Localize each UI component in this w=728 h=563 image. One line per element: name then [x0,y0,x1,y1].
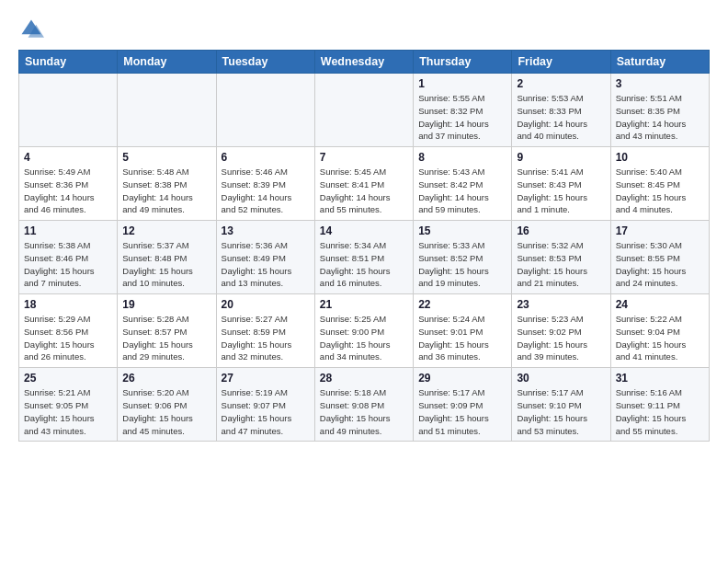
calendar-day-27: 27Sunrise: 5:19 AM Sunset: 9:07 PM Dayli… [216,368,314,442]
day-number: 10 [616,151,704,164]
day-info: Sunrise: 5:16 AM Sunset: 9:11 PM Dayligh… [616,386,704,437]
day-info: Sunrise: 5:51 AM Sunset: 8:35 PM Dayligh… [616,92,704,143]
day-info: Sunrise: 5:45 AM Sunset: 8:41 PM Dayligh… [320,166,408,216]
day-info: Sunrise: 5:23 AM Sunset: 9:02 PM Dayligh… [517,313,605,363]
day-number: 1 [418,77,506,90]
calendar-day-29: 29Sunrise: 5:17 AM Sunset: 9:09 PM Dayli… [414,368,512,442]
day-info: Sunrise: 5:25 AM Sunset: 9:00 PM Dayligh… [320,313,408,363]
day-number: 9 [517,151,605,164]
logo [18,17,48,42]
day-number: 15 [418,224,506,237]
day-info: Sunrise: 5:41 AM Sunset: 8:43 PM Dayligh… [517,166,605,216]
day-number: 16 [517,224,605,237]
weekday-header-row: SundayMondayTuesdayWednesdayThursdayFrid… [19,51,710,74]
calendar-day-22: 22Sunrise: 5:24 AM Sunset: 9:01 PM Dayli… [414,294,512,368]
calendar-day-18: 18Sunrise: 5:29 AM Sunset: 8:56 PM Dayli… [19,294,118,368]
weekday-header-wednesday: Wednesday [314,51,413,74]
day-info: Sunrise: 5:36 AM Sunset: 8:49 PM Dayligh… [222,239,310,290]
day-info: Sunrise: 5:43 AM Sunset: 8:42 PM Dayligh… [418,166,506,216]
calendar-day-10: 10Sunrise: 5:40 AM Sunset: 8:45 PM Dayli… [610,147,709,221]
calendar-day-9: 9Sunrise: 5:41 AM Sunset: 8:43 PM Daylig… [512,147,610,221]
calendar-day-19: 19Sunrise: 5:28 AM Sunset: 8:57 PM Dayli… [118,294,216,368]
empty-cell [314,74,413,147]
day-number: 13 [222,224,310,237]
day-info: Sunrise: 5:19 AM Sunset: 9:07 PM Dayligh… [222,386,310,437]
calendar-day-8: 8Sunrise: 5:43 AM Sunset: 8:42 PM Daylig… [414,147,512,221]
day-info: Sunrise: 5:18 AM Sunset: 9:08 PM Dayligh… [320,386,408,437]
day-number: 19 [122,298,210,311]
day-info: Sunrise: 5:21 AM Sunset: 9:05 PM Dayligh… [24,386,112,437]
day-info: Sunrise: 5:33 AM Sunset: 8:52 PM Dayligh… [418,239,506,290]
calendar-day-23: 23Sunrise: 5:23 AM Sunset: 9:02 PM Dayli… [512,294,610,368]
calendar-day-7: 7Sunrise: 5:45 AM Sunset: 8:41 PM Daylig… [314,147,413,221]
calendar-day-1: 1Sunrise: 5:55 AM Sunset: 8:32 PM Daylig… [414,74,512,147]
empty-cell [118,74,216,147]
day-number: 20 [222,298,310,311]
header [18,17,710,42]
day-number: 23 [517,298,605,311]
calendar-day-4: 4Sunrise: 5:49 AM Sunset: 8:36 PM Daylig… [19,147,118,221]
day-info: Sunrise: 5:53 AM Sunset: 8:33 PM Dayligh… [517,92,605,143]
day-number: 2 [517,77,605,90]
calendar-day-15: 15Sunrise: 5:33 AM Sunset: 8:52 PM Dayli… [414,221,512,294]
day-info: Sunrise: 5:20 AM Sunset: 9:06 PM Dayligh… [122,386,210,437]
calendar-day-2: 2Sunrise: 5:53 AM Sunset: 8:33 PM Daylig… [512,74,610,147]
day-number: 6 [222,151,310,164]
day-number: 28 [320,372,408,385]
calendar-day-20: 20Sunrise: 5:27 AM Sunset: 8:59 PM Dayli… [216,294,314,368]
day-number: 29 [418,372,506,385]
day-number: 31 [616,372,704,385]
day-number: 30 [517,372,605,385]
day-info: Sunrise: 5:49 AM Sunset: 8:36 PM Dayligh… [24,166,112,216]
day-number: 27 [222,372,310,385]
day-info: Sunrise: 5:34 AM Sunset: 8:51 PM Dayligh… [320,239,408,290]
empty-cell [216,74,314,147]
calendar-day-26: 26Sunrise: 5:20 AM Sunset: 9:06 PM Dayli… [118,368,216,442]
day-number: 7 [320,151,408,164]
day-info: Sunrise: 5:17 AM Sunset: 9:10 PM Dayligh… [517,386,605,437]
day-info: Sunrise: 5:46 AM Sunset: 8:39 PM Dayligh… [222,166,310,216]
calendar-day-24: 24Sunrise: 5:22 AM Sunset: 9:04 PM Dayli… [610,294,709,368]
day-info: Sunrise: 5:22 AM Sunset: 9:04 PM Dayligh… [616,313,704,363]
day-number: 26 [122,372,210,385]
day-number: 21 [320,298,408,311]
weekday-header-friday: Friday [512,51,610,74]
calendar-week-4: 18Sunrise: 5:29 AM Sunset: 8:56 PM Dayli… [19,294,710,368]
calendar-day-14: 14Sunrise: 5:34 AM Sunset: 8:51 PM Dayli… [314,221,413,294]
calendar-day-6: 6Sunrise: 5:46 AM Sunset: 8:39 PM Daylig… [216,147,314,221]
day-number: 14 [320,224,408,237]
day-number: 5 [122,151,210,164]
calendar-day-3: 3Sunrise: 5:51 AM Sunset: 8:35 PM Daylig… [610,74,709,147]
calendar-week-3: 11Sunrise: 5:38 AM Sunset: 8:46 PM Dayli… [19,221,710,294]
day-info: Sunrise: 5:29 AM Sunset: 8:56 PM Dayligh… [24,313,112,363]
day-info: Sunrise: 5:28 AM Sunset: 8:57 PM Dayligh… [122,313,210,363]
day-number: 4 [24,151,112,164]
calendar-day-25: 25Sunrise: 5:21 AM Sunset: 9:05 PM Dayli… [19,368,118,442]
calendar-day-12: 12Sunrise: 5:37 AM Sunset: 8:48 PM Dayli… [118,221,216,294]
calendar-week-1: 1Sunrise: 5:55 AM Sunset: 8:32 PM Daylig… [19,74,710,147]
weekday-header-sunday: Sunday [19,51,118,74]
day-info: Sunrise: 5:38 AM Sunset: 8:46 PM Dayligh… [24,239,112,290]
day-number: 8 [418,151,506,164]
day-info: Sunrise: 5:32 AM Sunset: 8:53 PM Dayligh… [517,239,605,290]
day-number: 17 [616,224,704,237]
calendar-week-2: 4Sunrise: 5:49 AM Sunset: 8:36 PM Daylig… [19,147,710,221]
day-number: 11 [24,224,112,237]
day-info: Sunrise: 5:40 AM Sunset: 8:45 PM Dayligh… [616,166,704,216]
day-number: 24 [616,298,704,311]
calendar-day-17: 17Sunrise: 5:30 AM Sunset: 8:55 PM Dayli… [610,221,709,294]
empty-cell [19,74,118,147]
day-info: Sunrise: 5:24 AM Sunset: 9:01 PM Dayligh… [418,313,506,363]
calendar-day-11: 11Sunrise: 5:38 AM Sunset: 8:46 PM Dayli… [19,221,118,294]
day-number: 3 [616,77,704,90]
day-info: Sunrise: 5:17 AM Sunset: 9:09 PM Dayligh… [418,386,506,437]
logo-icon [18,17,44,42]
day-info: Sunrise: 5:55 AM Sunset: 8:32 PM Dayligh… [418,92,506,143]
day-info: Sunrise: 5:27 AM Sunset: 8:59 PM Dayligh… [222,313,310,363]
weekday-header-saturday: Saturday [610,51,709,74]
weekday-header-monday: Monday [118,51,216,74]
day-info: Sunrise: 5:48 AM Sunset: 8:38 PM Dayligh… [122,166,210,216]
calendar-day-13: 13Sunrise: 5:36 AM Sunset: 8:49 PM Dayli… [216,221,314,294]
day-number: 12 [122,224,210,237]
day-number: 18 [24,298,112,311]
